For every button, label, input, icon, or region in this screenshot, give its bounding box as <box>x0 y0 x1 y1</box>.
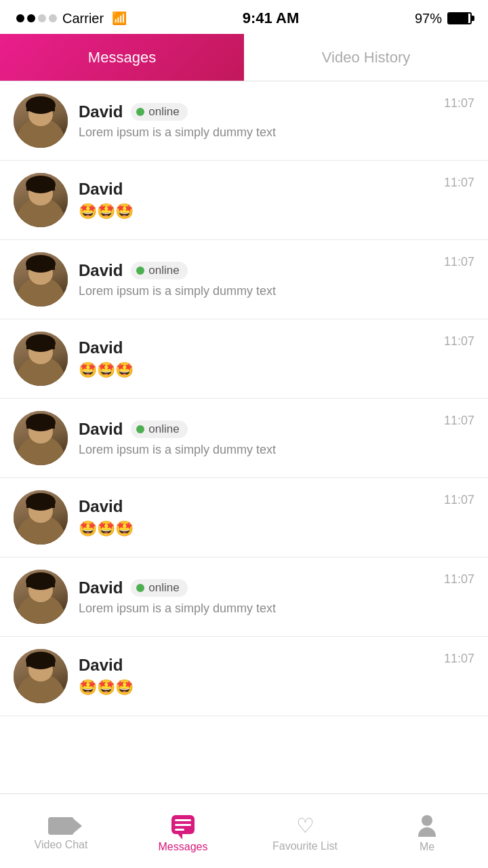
message-content: David🤩🤩🤩 <box>79 180 433 220</box>
online-dot <box>136 584 144 592</box>
message-item-8[interactable]: David🤩🤩🤩11:07 <box>0 637 488 716</box>
status-right: 97% <box>415 11 472 26</box>
contact-name: David <box>79 420 123 439</box>
message-content: David🤩🤩🤩 <box>79 656 433 696</box>
online-badge: online <box>131 262 187 279</box>
contact-name: David <box>79 102 123 121</box>
message-content: David🤩🤩🤩 <box>79 497 433 538</box>
message-content: David🤩🤩🤩 <box>79 338 433 379</box>
message-time: 11:07 <box>444 176 474 190</box>
message-header: Davidonline <box>79 578 433 597</box>
wifi-icon: 📶 <box>112 11 127 26</box>
message-header: Davidonline <box>79 102 433 121</box>
message-header: David <box>79 497 433 516</box>
avatar <box>14 173 68 227</box>
message-time: 11:07 <box>444 652 474 666</box>
nav-favourite-list[interactable]: ♡ Favourite List <box>244 810 366 852</box>
online-badge: online <box>131 579 187 597</box>
me-icon <box>418 815 436 837</box>
nav-me[interactable]: Me <box>366 810 488 853</box>
message-content: DavidonlineLorem ipsum is a simply dummy… <box>79 261 433 298</box>
online-label: online <box>148 105 179 119</box>
message-header: David <box>79 180 433 199</box>
status-time: 9:41 AM <box>243 9 300 27</box>
avatar <box>14 649 68 703</box>
online-label: online <box>148 422 179 436</box>
avatar <box>14 570 68 624</box>
message-time: 11:07 <box>444 493 474 507</box>
message-list: DavidonlineLorem ipsum is a simply dummy… <box>0 81 488 791</box>
nav-messages-label: Messages <box>159 841 208 853</box>
battery-percent: 97% <box>415 11 442 26</box>
status-bar: Carrier 📶 9:41 AM 97% <box>0 0 488 34</box>
message-time: 11:07 <box>444 414 474 428</box>
message-item-5[interactable]: DavidonlineLorem ipsum is a simply dummy… <box>0 399 488 478</box>
message-preview: 🤩🤩🤩 <box>79 203 433 220</box>
message-preview: Lorem ipsum is a simply dummy text <box>79 601 433 616</box>
nav-video-chat-label: Video Chat <box>35 839 88 851</box>
nav-favourite-label: Favourite List <box>272 840 338 852</box>
message-preview: Lorem ipsum is a simply dummy text <box>79 443 433 457</box>
message-preview: Lorem ipsum is a simply dummy text <box>79 284 433 298</box>
message-header: Davidonline <box>79 420 433 439</box>
avatar <box>14 490 68 545</box>
message-item-4[interactable]: David🤩🤩🤩11:07 <box>0 319 488 399</box>
bottom-nav: Video Chat Messages ♡ Favourite List Me <box>0 793 488 868</box>
online-label: online <box>148 264 179 277</box>
video-chat-icon <box>48 817 74 835</box>
message-item-3[interactable]: DavidonlineLorem ipsum is a simply dummy… <box>0 240 488 319</box>
avatar <box>14 94 68 148</box>
contact-name: David <box>79 180 123 199</box>
nav-video-chat[interactable]: Video Chat <box>0 812 122 851</box>
message-header: Davidonline <box>79 261 433 280</box>
contact-name: David <box>79 497 123 516</box>
message-item-1[interactable]: DavidonlineLorem ipsum is a simply dummy… <box>0 81 488 161</box>
contact-name: David <box>79 338 123 357</box>
online-dot <box>136 108 144 116</box>
online-dot <box>136 267 144 275</box>
battery-icon <box>447 12 472 24</box>
message-preview: Lorem ipsum is a simply dummy text <box>79 125 433 140</box>
tab-bar: Messages Video History <box>0 34 488 81</box>
messages-icon <box>171 815 195 834</box>
message-item-7[interactable]: DavidonlineLorem ipsum is a simply dummy… <box>0 557 488 637</box>
message-content: DavidonlineLorem ipsum is a simply dummy… <box>79 578 433 616</box>
message-time: 11:07 <box>444 572 474 587</box>
favourite-icon: ♡ <box>296 816 314 836</box>
message-preview: 🤩🤩🤩 <box>79 361 433 379</box>
online-dot <box>136 425 144 433</box>
online-badge: online <box>131 420 187 438</box>
contact-name: David <box>79 578 123 597</box>
message-preview: 🤩🤩🤩 <box>79 679 433 696</box>
message-header: David <box>79 656 433 675</box>
contact-name: David <box>79 261 123 280</box>
nav-me-label: Me <box>420 841 434 853</box>
message-header: David <box>79 338 433 357</box>
avatar <box>14 332 68 386</box>
nav-messages[interactable]: Messages <box>122 810 244 853</box>
message-time: 11:07 <box>444 96 474 111</box>
contact-name: David <box>79 656 123 675</box>
avatar <box>14 411 68 465</box>
carrier-label: Carrier <box>62 11 104 26</box>
message-preview: 🤩🤩🤩 <box>79 520 433 538</box>
message-item-2[interactable]: David🤩🤩🤩11:07 <box>0 161 488 240</box>
online-label: online <box>148 581 179 595</box>
message-item-6[interactable]: David🤩🤩🤩11:07 <box>0 478 488 557</box>
tab-video-history[interactable]: Video History <box>244 34 488 81</box>
message-time: 11:07 <box>444 334 474 349</box>
message-content: DavidonlineLorem ipsum is a simply dummy… <box>79 102 433 140</box>
message-time: 11:07 <box>444 255 474 269</box>
tab-messages[interactable]: Messages <box>0 34 244 81</box>
signal-icon <box>16 14 57 22</box>
message-content: DavidonlineLorem ipsum is a simply dummy… <box>79 420 433 457</box>
online-badge: online <box>131 103 187 121</box>
status-left: Carrier 📶 <box>16 11 127 26</box>
avatar <box>14 252 68 307</box>
